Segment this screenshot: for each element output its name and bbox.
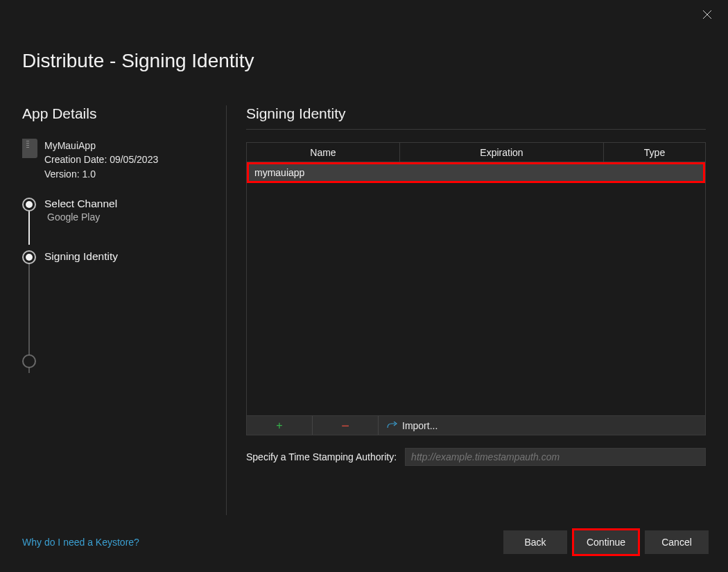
app-info: MyMauiApp Creation Date: 09/05/2023 Vers… [44,139,158,181]
footer: Why do I need a Keystore? Back Continue … [0,515,728,572]
col-header-expiration[interactable]: Expiration [400,143,604,162]
import-arrow-icon [387,422,398,430]
content-area: App Details MyMauiApp Creation Date: 09/… [0,105,728,515]
continue-button[interactable]: Continue [574,530,638,554]
keystore-help-link[interactable]: Why do I need a Keystore? [22,537,139,548]
minus-icon: − [341,419,349,433]
close-button[interactable] [697,5,717,24]
identity-table: Name Expiration Type mymauiapp + − [246,142,706,435]
footer-buttons: Back Continue Cancel [503,530,709,554]
step-dot-icon [22,198,36,211]
sidebar: App Details MyMauiApp Creation Date: 09/… [22,105,227,515]
sidebar-heading: App Details [22,105,209,122]
table-row[interactable]: mymauiapp [247,162,705,183]
step-dot-icon [22,250,36,264]
import-button[interactable]: Import... [379,416,446,435]
col-header-name[interactable]: Name [247,143,400,162]
archive-icon [22,139,37,158]
step-signing-identity[interactable]: Signing Identity [22,250,209,264]
step-select-channel[interactable]: Select Channel Google Play [22,198,209,223]
table-header: Name Expiration Type [247,143,705,162]
main-panel: Signing Identity Name Expiration Type my… [227,105,706,515]
cancel-button[interactable]: Cancel [645,530,709,554]
plus-icon: + [276,420,282,431]
step-sublabel: Google Play [44,211,117,223]
titlebar [0,0,728,29]
dialog-window: Distribute - Signing Identity App Detail… [0,0,728,572]
close-icon [702,10,712,19]
step-label: Select Channel [44,198,117,210]
remove-button[interactable]: − [313,416,379,435]
table-toolbar: + − Import... [247,415,705,435]
section-title: Signing Identity [246,105,706,130]
step-dot-icon [22,354,36,368]
step-future [22,354,209,368]
timestamp-input[interactable] [405,448,706,466]
timestamp-label: Specify a Time Stamping Authority: [246,451,397,462]
step-label: Signing Identity [44,250,118,263]
page-title: Distribute - Signing Identity [0,29,728,105]
row-name-cell: mymauiapp [254,167,304,178]
table-body: mymauiapp [247,162,705,415]
app-creation-date: Creation Date: 09/05/2023 [44,153,158,166]
import-label: Import... [402,420,437,431]
wizard-steps: Select Channel Google Play Signing Ident… [22,198,209,368]
col-header-type[interactable]: Type [604,143,705,162]
app-name: MyMauiApp [44,139,158,153]
back-button[interactable]: Back [503,530,567,554]
timestamp-row: Specify a Time Stamping Authority: [246,448,706,466]
app-version: Version: 1.0 [44,167,158,181]
app-details: MyMauiApp Creation Date: 09/05/2023 Vers… [22,139,209,181]
add-button[interactable]: + [247,416,313,435]
